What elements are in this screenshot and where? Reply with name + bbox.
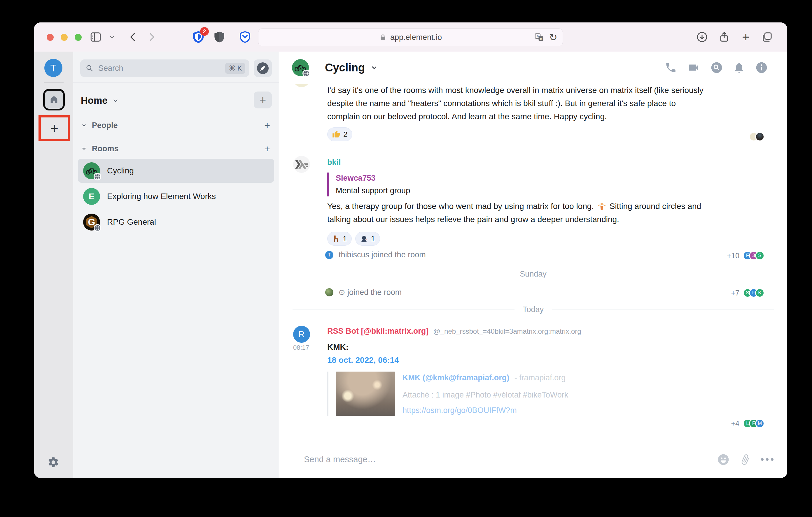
event-avatar[interactable] [325, 288, 334, 296]
search-placeholder: Search [98, 64, 225, 73]
room-header-avatar[interactable] [292, 59, 309, 76]
speaking-head-emoji [360, 235, 368, 242]
sidebar-chevron-icon[interactable] [106, 31, 118, 43]
room-item-rpg[interactable]: G RPG General [78, 210, 274, 234]
sidebar-toggle-icon[interactable] [89, 31, 102, 43]
message-text: I'd say it's one of the rooms with most … [327, 84, 703, 123]
room-avatar: G [83, 214, 100, 231]
space-rail: T + [34, 52, 73, 478]
sender-name[interactable]: bkil [327, 158, 341, 167]
space-name[interactable]: Home [81, 95, 108, 106]
user-avatar[interactable]: T [44, 59, 62, 77]
read-receipts-group[interactable]: +10 F 3 S [727, 251, 764, 260]
settings-gear-icon[interactable] [47, 456, 59, 468]
room-item-cycling[interactable]: Cycling [78, 159, 274, 183]
read-receipts-group[interactable]: +7 S F K [731, 288, 764, 298]
event-avatar[interactable]: T [325, 251, 334, 259]
room-title[interactable]: Cycling [325, 52, 378, 84]
message-avatar-rssbot[interactable]: R [293, 326, 310, 343]
message-date-link[interactable]: 18 oct. 2022, 06:14 [327, 356, 399, 365]
search-icon [85, 64, 94, 72]
quote-author: Siewca753 [336, 174, 410, 183]
message-text: Yes, a therapy group for those who went … [327, 200, 703, 226]
compass-icon [256, 62, 269, 74]
quoted-message[interactable]: Siewca753 Mental support group [327, 173, 410, 196]
membership-event: T thibiscus joined the room [325, 250, 426, 260]
message-timestamp: 08:17 [293, 344, 309, 352]
sender-row: RSS Bot [@bkil:matrix.org] @_neb_rssbot_… [327, 327, 581, 336]
add-room-plus-button[interactable]: + [264, 143, 270, 154]
reaction-thumbs-up[interactable]: 2 [327, 127, 352, 141]
membership-event: ⊙ joined the room [325, 287, 402, 297]
quote-text: Mental support group [336, 186, 410, 195]
more-options-icon[interactable] [761, 458, 774, 461]
haskell-logo-icon [295, 160, 308, 169]
add-room-button[interactable]: + [254, 92, 272, 109]
downloads-icon[interactable] [696, 31, 708, 43]
message-timeline[interactable]: I'd say it's one of the rooms with most … [279, 84, 787, 440]
message-avatar[interactable] [293, 84, 310, 87]
rooms-section-header[interactable]: Rooms + [81, 141, 270, 156]
emoji-picker-icon[interactable] [717, 453, 729, 466]
close-window-button[interactable] [47, 34, 54, 41]
reaction-speaking-head[interactable]: 1 [355, 232, 380, 246]
search-input[interactable]: Search ⌘ K [80, 59, 250, 77]
message-composer[interactable]: Send a message… [292, 440, 780, 478]
notifications-bell-icon[interactable] [733, 61, 745, 74]
explore-rooms-button[interactable] [254, 59, 272, 77]
add-person-button[interactable]: + [264, 120, 270, 131]
attachment-icon[interactable] [737, 452, 753, 467]
minimize-window-button[interactable] [61, 34, 68, 41]
url-preview-card[interactable]: KMK (@kmk@framapiaf.org) - framapiaf.org… [327, 372, 568, 416]
extension-shield-icon[interactable]: 2 [192, 31, 205, 43]
date-divider-today: Today [293, 305, 774, 314]
person-shrugging-emoji [597, 202, 606, 211]
date-divider-sunday: Sunday [293, 270, 774, 279]
address-bar[interactable]: app.element.io Ax ↻ [258, 28, 563, 46]
public-room-badge [302, 70, 310, 77]
new-tab-icon[interactable]: + [740, 31, 752, 43]
extension-shield2-icon[interactable] [213, 31, 226, 43]
extension-pocket-icon[interactable] [239, 31, 252, 43]
lock-icon [379, 33, 387, 41]
chevron-down-icon[interactable] [112, 97, 119, 104]
message-avatar-bkil[interactable] [293, 156, 310, 173]
preview-site: - framapiaf.org [515, 373, 566, 382]
home-space-button[interactable] [43, 89, 65, 111]
chevron-down-icon [81, 122, 87, 128]
read-receipts[interactable] [749, 132, 764, 141]
room-info-icon[interactable] [755, 61, 768, 74]
chevron-down-icon [81, 145, 87, 152]
sender-id: @_neb_rssbot_=40bkil=3amatrix.org:matrix… [433, 327, 581, 335]
forward-button[interactable] [145, 31, 158, 43]
preview-thumbnail-image[interactable] [336, 372, 395, 416]
preview-url-link[interactable]: https://osm.org/go/0BOUIFfW?m [403, 406, 568, 415]
room-name: Exploring how Element Works [107, 192, 216, 201]
room-name: Cycling [107, 166, 134, 176]
voice-call-icon[interactable] [665, 61, 677, 74]
reaction-row: 1 1 [327, 232, 380, 246]
zoom-window-button[interactable] [75, 34, 82, 41]
share-icon[interactable] [718, 31, 731, 43]
people-section-header[interactable]: People + [81, 118, 270, 132]
composer-placeholder[interactable]: Send a message… [304, 455, 717, 464]
read-receipts-group[interactable]: +4 L F M [731, 419, 764, 428]
back-button[interactable] [126, 31, 139, 43]
room-header: Cycling [279, 52, 787, 84]
sender-name[interactable]: RSS Bot [@bkil:matrix.org] [327, 327, 429, 336]
room-list-panel: Search ⌘ K Home + People + Rooms + [73, 52, 279, 478]
reload-icon[interactable]: ↻ [549, 32, 558, 42]
room-name: RPG General [107, 217, 156, 227]
room-search-icon[interactable] [710, 61, 723, 74]
tab-overview-icon[interactable] [760, 31, 773, 43]
translate-icon[interactable]: Ax [534, 33, 544, 42]
reaction-chair[interactable]: 1 [327, 232, 352, 246]
chair-emoji [332, 235, 340, 242]
preview-description: Attaché : 1 image #Photo #vélotaf #bikeT… [403, 391, 568, 400]
create-space-annotation-box: + [38, 115, 70, 141]
create-space-button[interactable]: + [50, 121, 58, 135]
room-item-exploring[interactable]: E Exploring how Element Works [78, 184, 274, 208]
video-call-icon[interactable] [687, 61, 700, 74]
preview-title-link[interactable]: KMK (@kmk@framapiaf.org) [403, 373, 509, 382]
chevron-down-icon [370, 64, 378, 72]
